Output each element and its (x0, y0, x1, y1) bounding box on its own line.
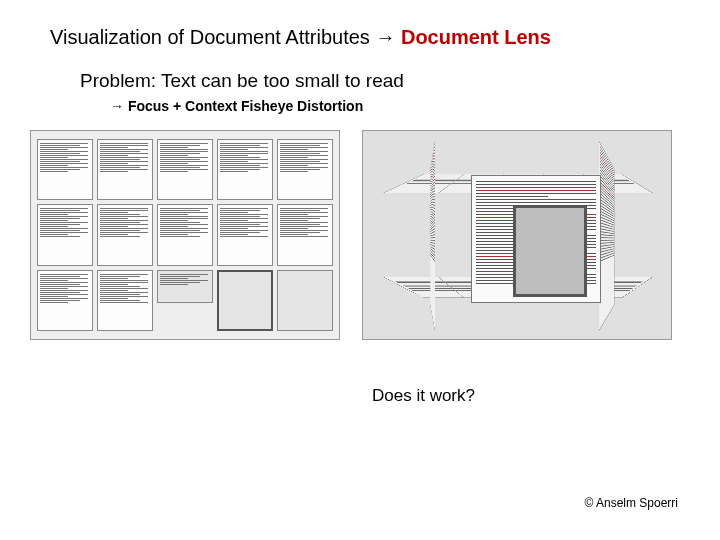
title-highlight: Document Lens (395, 26, 551, 48)
thumbnail-page (157, 204, 213, 265)
fisheye-focus-rectangle (513, 205, 587, 297)
copyright-text: © Anselm Spoerri (584, 496, 678, 510)
thumbnail-page-empty (277, 270, 333, 331)
thumbnail-page (97, 270, 153, 331)
solution-subline: → Focus + Context Fisheye Distortion (110, 98, 363, 114)
arrow-right-icon: → (375, 26, 395, 48)
thumbnail-page (277, 204, 333, 265)
thumbnail-page (217, 204, 273, 265)
thumbnail-grid (37, 139, 333, 331)
thumbnail-page (97, 139, 153, 200)
thumbnail-focus-frame (217, 270, 273, 331)
thumbnail-page (97, 204, 153, 265)
subline-text: Focus + Context Fisheye Distortion (124, 98, 363, 114)
thumbnail-page (37, 204, 93, 265)
question-text: Does it work? (372, 386, 475, 406)
figure-fisheye-lens (362, 130, 672, 340)
title-prefix: Visualization of Document Attributes (50, 26, 375, 48)
arrow-right-icon: → (110, 98, 124, 114)
problem-statement: Problem: Text can be too small to read (80, 70, 404, 92)
thumbnail-page (37, 270, 93, 331)
thumbnail-page-partial (157, 270, 213, 304)
figure-document-grid (30, 130, 340, 340)
thumbnail-page (37, 139, 93, 200)
thumbnail-page (217, 139, 273, 200)
thumbnail-page (277, 139, 333, 200)
slide-title: Visualization of Document Attributes → D… (50, 26, 551, 49)
fisheye-wall-left (430, 141, 435, 331)
thumbnail-page (157, 139, 213, 200)
fisheye-wall-right (599, 141, 614, 331)
